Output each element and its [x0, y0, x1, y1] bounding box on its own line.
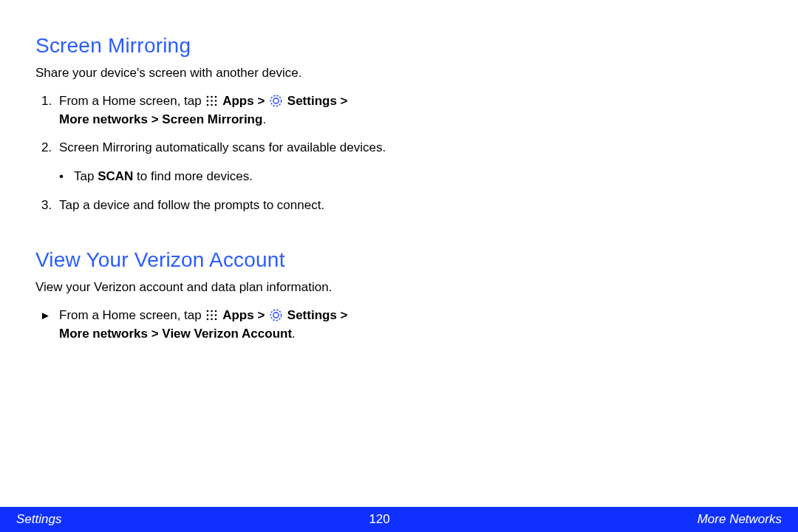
- settings-gear-icon: [270, 95, 282, 107]
- step-3: 3. Tap a device and follow the prompts t…: [35, 197, 449, 215]
- svg-point-8: [215, 104, 217, 106]
- svg-point-19: [215, 318, 217, 321]
- intro-screen-mirroring: Share your device's screen with another …: [35, 65, 449, 82]
- bullet-bold: SCAN: [98, 169, 133, 183]
- step-number: 3.: [41, 197, 52, 215]
- svg-point-1: [211, 96, 214, 98]
- intro-verizon-account: View your Verizon account and data plan …: [35, 279, 449, 296]
- svg-point-16: [215, 314, 217, 316]
- step-1: 1. From a Home screen, tap Apps > Settin…: [35, 92, 449, 129]
- svg-point-18: [211, 318, 214, 321]
- svg-point-12: [211, 310, 214, 313]
- svg-point-10: [273, 98, 279, 103]
- bullet-post: to find more devices.: [133, 169, 253, 183]
- bold-settings: Settings >: [287, 94, 348, 108]
- bold-apps: Apps >: [222, 308, 268, 322]
- step-number: 1.: [41, 92, 52, 111]
- bold-path: More networks > Screen Mirroring: [59, 112, 262, 126]
- apps-grid-icon: [206, 95, 217, 106]
- svg-point-3: [207, 100, 209, 102]
- svg-point-6: [207, 104, 209, 106]
- svg-point-11: [207, 310, 209, 313]
- period: .: [292, 327, 296, 341]
- step-2-bullet: Tap SCAN to find more devices.: [35, 168, 449, 186]
- step-2: 2. Screen Mirroring automatically scans …: [35, 139, 449, 157]
- svg-point-14: [207, 314, 209, 316]
- page-footer: Settings 120 More Networks: [0, 507, 798, 532]
- svg-point-5: [215, 100, 217, 102]
- svg-point-9: [270, 95, 281, 106]
- svg-point-21: [273, 313, 279, 318]
- svg-point-4: [211, 100, 214, 102]
- step-text: Screen Mirroring automatically scans for…: [59, 140, 386, 154]
- page-number: 120: [369, 512, 389, 527]
- step-text: From a Home screen, tap: [59, 308, 205, 322]
- svg-point-0: [207, 96, 209, 98]
- footer-left: Settings: [16, 512, 61, 527]
- svg-point-17: [207, 318, 209, 321]
- heading-screen-mirroring: Screen Mirroring: [35, 34, 449, 58]
- bold-apps: Apps >: [222, 94, 268, 108]
- heading-verizon-account: View Your Verizon Account: [35, 248, 449, 272]
- footer-right: More Networks: [698, 512, 782, 527]
- svg-point-20: [270, 310, 281, 320]
- svg-point-2: [215, 96, 217, 98]
- bold-path: More networks > View Verizon Account: [59, 327, 292, 341]
- period: .: [262, 112, 266, 126]
- steps-screen-mirroring: 1. From a Home screen, tap Apps > Settin…: [35, 92, 449, 157]
- arrow-icon: ►: [40, 307, 51, 324]
- step-number: 2.: [41, 139, 52, 157]
- step-arrow: ► From a Home screen, tap Apps > Setting…: [35, 307, 449, 343]
- svg-point-13: [215, 310, 217, 313]
- bullet-pre: Tap: [74, 169, 98, 183]
- step-text: Tap a device and follow the prompts to c…: [59, 198, 324, 212]
- step-text: From a Home screen, tap: [59, 94, 205, 108]
- svg-point-15: [211, 314, 214, 316]
- bold-settings: Settings >: [287, 308, 348, 322]
- svg-point-7: [211, 104, 214, 106]
- steps-screen-mirroring-cont: 3. Tap a device and follow the prompts t…: [35, 197, 449, 215]
- settings-gear-icon: [270, 309, 282, 321]
- apps-grid-icon: [206, 310, 217, 321]
